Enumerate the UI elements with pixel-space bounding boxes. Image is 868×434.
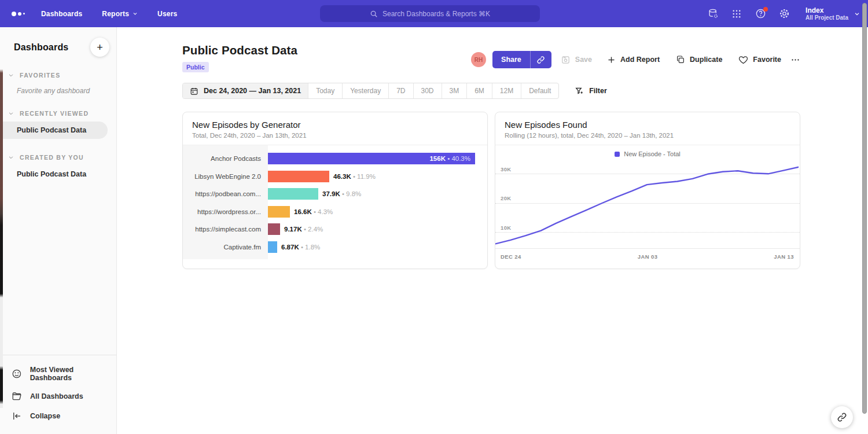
project-scope: All Project Data <box>806 14 848 21</box>
chevron-down-icon <box>8 155 14 160</box>
bar-fill[interactable] <box>268 171 329 182</box>
sidebar-section-recently-viewed[interactable]: RECENTLY VIEWED <box>0 110 116 117</box>
bar-fill[interactable] <box>268 223 280 235</box>
share-button[interactable]: Share <box>492 51 531 68</box>
preset-30d[interactable]: 30D <box>413 83 442 98</box>
notification-dot <box>763 7 768 12</box>
bar-category-label: Anchor Podcasts <box>183 155 268 162</box>
most-viewed-dashboards-item[interactable]: Most Viewed Dashboards <box>0 361 116 387</box>
bar-category-label: Captivate.fm <box>183 244 268 251</box>
copy-link-fab[interactable] <box>831 406 853 428</box>
bar-category-label: https://podbean.com... <box>183 190 268 197</box>
preset-7d[interactable]: 7D <box>388 83 413 98</box>
favorite-button[interactable]: Favorite <box>738 55 781 65</box>
bar-row[interactable]: https://podbean.com...37.9K • 9.8% <box>183 185 487 203</box>
save-label: Save <box>575 56 592 64</box>
chevron-down-icon <box>8 111 14 116</box>
left-edge-artifact <box>0 27 3 408</box>
bar-row[interactable]: Anchor Podcasts156K • 40.3% <box>183 150 487 168</box>
bar-row[interactable]: https://wordpress.or...16.6K • 4.3% <box>183 203 487 221</box>
preset-6m[interactable]: 6M <box>466 83 492 98</box>
apps-grid-icon[interactable] <box>731 8 742 20</box>
link-icon <box>837 412 847 422</box>
preset-yesterday[interactable]: Yesterday <box>342 83 388 98</box>
bar-value-label: 156K • 40.3% <box>429 153 470 164</box>
sidebar-section-created-by-you[interactable]: CREATED BY YOU <box>0 154 116 161</box>
bar-fill[interactable] <box>268 206 290 218</box>
line-chart-subtitle: Rolling (12 hours), total, Dec 24th, 202… <box>505 132 790 139</box>
avatar[interactable]: RH <box>471 52 486 67</box>
filter-button[interactable]: Filter <box>575 86 607 95</box>
bar-track: 6.87K • 1.8% <box>268 241 487 253</box>
sidebar-item-public-podcast-data[interactable]: Public Podcast Data <box>0 122 108 139</box>
ellipsis-icon <box>790 55 800 65</box>
date-range-label: Dec 24, 2020 — Jan 13, 2021 <box>204 87 301 95</box>
add-report-button[interactable]: Add Report <box>607 56 660 64</box>
preset-12m[interactable]: 12M <box>492 83 521 98</box>
bar-track: 16.6K • 4.3% <box>268 206 487 218</box>
bar-category-label: https://wordpress.or... <box>183 208 268 215</box>
bar-fill[interactable]: 156K • 40.3% <box>268 153 475 164</box>
data-sources-icon[interactable] <box>707 8 719 20</box>
help-icon[interactable] <box>755 8 766 20</box>
chevron-down-icon <box>854 11 860 17</box>
main-content: Public Podcast Data Public RH Share <box>117 27 868 434</box>
settings-gear-icon[interactable] <box>778 8 790 20</box>
section-label: CREATED BY YOU <box>20 154 84 161</box>
page-scrollbar[interactable] <box>862 3 867 414</box>
smiley-icon <box>12 369 22 379</box>
footer-item-label: Collapse <box>30 412 60 420</box>
nav-reports-label: Reports <box>102 10 129 18</box>
preset-default[interactable]: Default <box>521 83 558 98</box>
bar-track: 37.9K • 9.8% <box>268 188 487 200</box>
line-series[interactable] <box>495 167 799 244</box>
bar-chart-card: New Episodes by Generator Total, Dec 24t… <box>182 112 488 269</box>
bar-row[interactable]: Captivate.fm6.87K • 1.8% <box>183 238 487 256</box>
nav-dashboards[interactable]: Dashboards <box>41 10 82 18</box>
bar-row[interactable]: Libsyn WebEngine 2.046.3K • 11.9% <box>183 168 487 186</box>
folder-icon <box>12 391 22 402</box>
line-chart-legend[interactable]: New Episode - Total <box>495 145 800 160</box>
sidebar-section-favorites[interactable]: FAVORITES <box>0 72 116 79</box>
date-range-button[interactable]: Dec 24, 2020 — Jan 13, 2021 <box>183 83 308 98</box>
bar-fill[interactable] <box>268 188 318 200</box>
nav-users[interactable]: Users <box>157 10 177 18</box>
top-nav: Dashboards Reports Users Search Dashboar… <box>0 0 868 27</box>
save-icon <box>561 55 571 65</box>
sidebar-footer: Most Viewed Dashboards All Dashboards Co… <box>0 355 116 434</box>
bar-value-label: 46.3K • 11.9% <box>333 171 376 182</box>
brand-logo[interactable] <box>12 12 25 16</box>
bar-track: 46.3K • 11.9% <box>268 171 487 182</box>
more-options-button[interactable] <box>790 55 800 65</box>
bar-value-label: 16.6K • 4.3% <box>294 206 333 218</box>
collapse-sidebar-item[interactable]: Collapse <box>0 406 116 426</box>
filter-funnel-icon <box>575 86 584 95</box>
project-name: Index <box>806 6 848 14</box>
search-icon <box>370 10 378 18</box>
xtick-jan13: JAN 13 <box>774 253 794 260</box>
search-input[interactable]: Search Dashboards & Reports ⌘K <box>320 5 540 22</box>
filter-label: Filter <box>589 87 607 95</box>
dashboard-actions: RH Share Save Ad <box>471 51 800 68</box>
app-root: Dashboards Reports Users Search Dashboar… <box>0 0 868 434</box>
line-chart-title: New Episodes Found <box>505 120 790 130</box>
sidebar-item-public-podcast-data-created[interactable]: Public Podcast Data <box>0 165 116 183</box>
save-button[interactable]: Save <box>561 55 592 65</box>
bar-row[interactable]: https://simplecast.com9.17K • 2.4% <box>183 220 487 238</box>
footer-item-label: All Dashboards <box>30 392 83 400</box>
xtick-dec24: DEC 24 <box>501 253 521 260</box>
all-dashboards-item[interactable]: All Dashboards <box>0 387 116 406</box>
add-dashboard-button[interactable]: + <box>90 38 109 57</box>
duplicate-button[interactable]: Duplicate <box>676 55 722 64</box>
duplicate-label: Duplicate <box>690 56 722 64</box>
bar-fill[interactable] <box>268 241 277 253</box>
preset-today[interactable]: Today <box>308 83 342 98</box>
share-link-button[interactable] <box>531 51 551 68</box>
line-chart-card: New Episodes Found Rolling (12 hours), t… <box>495 112 800 269</box>
date-range-group: Dec 24, 2020 — Jan 13, 2021 Today Yester… <box>182 83 559 99</box>
nav-reports[interactable]: Reports <box>102 10 138 18</box>
primary-nav: Dashboards Reports Users <box>41 10 177 18</box>
line-chart-plot[interactable]: 10K20K30K <box>495 160 800 248</box>
project-switcher[interactable]: Index All Project Data <box>806 6 860 21</box>
preset-3m[interactable]: 3M <box>442 83 467 98</box>
